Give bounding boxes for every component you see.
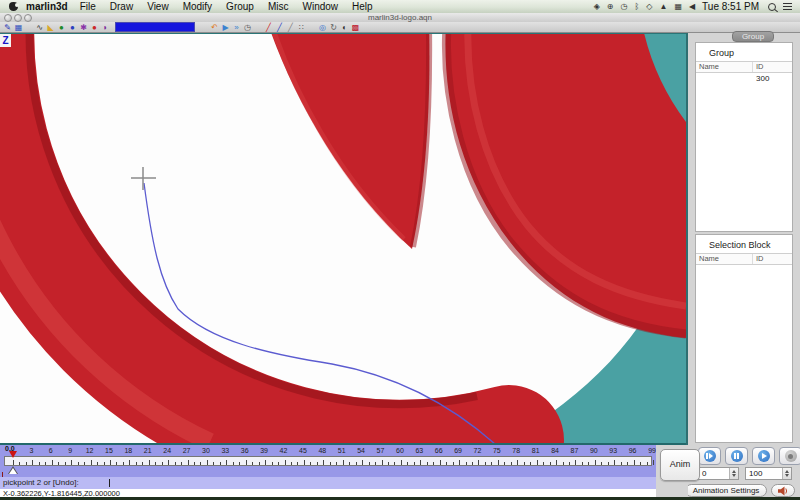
- frame-end-stepper[interactable]: [782, 468, 791, 479]
- ruler-tick: [278, 462, 279, 465]
- table-row[interactable]: 300: [696, 73, 792, 84]
- timeline-ruler[interactable]: [4, 456, 652, 466]
- menu-help[interactable]: Help: [352, 1, 373, 12]
- sound-button[interactable]: [771, 484, 795, 497]
- ruler-tick: [504, 462, 505, 465]
- apple-menu-icon[interactable]: [9, 2, 18, 11]
- timeline[interactable]: 3691215182124273033363942454851545760636…: [0, 445, 656, 477]
- clock-tool-icon[interactable]: ◷: [242, 23, 253, 32]
- ruler-tick: [563, 462, 564, 465]
- ruler-tick: [116, 462, 117, 465]
- text-caret: [109, 479, 110, 487]
- save-icon[interactable]: ▦: [13, 23, 24, 32]
- ruler-tick: [45, 462, 46, 465]
- spotlight-icon[interactable]: [768, 3, 776, 11]
- row-name: [696, 73, 752, 84]
- rotate-tool-icon[interactable]: ↻: [328, 23, 339, 32]
- tab-group[interactable]: Group: [732, 31, 774, 42]
- circle-tool-icon[interactable]: ●: [67, 23, 78, 32]
- menubar-clock[interactable]: Tue 8:51 PM: [702, 1, 759, 12]
- ruler-tick: [129, 460, 130, 465]
- frame-start-stepper[interactable]: [729, 468, 738, 479]
- point-tool-icon[interactable]: ●: [89, 23, 100, 32]
- menu-window[interactable]: Window: [302, 1, 338, 12]
- menu-view[interactable]: View: [147, 1, 169, 12]
- pattern-tool-icon[interactable]: ▩: [350, 23, 361, 32]
- display-icon[interactable]: ▦: [674, 2, 682, 11]
- line-blue-icon[interactable]: ╱: [274, 23, 285, 32]
- ruler-tick: [71, 460, 72, 465]
- menu-modify[interactable]: Modify: [183, 1, 212, 12]
- undo-icon[interactable]: ↶: [209, 23, 220, 32]
- blob-tool-icon[interactable]: ◗: [100, 23, 111, 32]
- eject-icon[interactable]: ▲: [659, 2, 667, 11]
- menu-group[interactable]: Group: [226, 1, 254, 12]
- ruler-number: 90: [587, 447, 601, 454]
- app-menu[interactable]: marlin3d: [26, 1, 68, 12]
- ruler-tick: [97, 462, 98, 465]
- ruler-tick: [26, 462, 27, 465]
- skip-to-start-button[interactable]: [698, 447, 721, 465]
- ffwd-tool-icon[interactable]: »: [231, 23, 242, 32]
- flower-tool-icon[interactable]: ✱: [78, 23, 89, 32]
- menu-draw[interactable]: Draw: [110, 1, 133, 12]
- ruler-number: 3: [24, 447, 38, 454]
- command-prompt[interactable]: pickpoint 2 or [Undo]:: [0, 477, 656, 489]
- toolbar: ✎▦∿◣●●✱●◗↶▶»◷╱╱╱∷◎↻◐▩: [0, 22, 800, 33]
- ruler-tick: [220, 462, 221, 465]
- ruler-tick: [162, 462, 163, 465]
- zoom-tool-icon[interactable]: ◎: [317, 23, 328, 32]
- ruler-number: 93: [606, 447, 620, 454]
- sync-icon[interactable]: ◈: [594, 2, 600, 11]
- clock-status-icon[interactable]: ◷: [621, 2, 628, 11]
- column-id: ID: [753, 254, 792, 264]
- playhead-marker[interactable]: [9, 451, 17, 458]
- play-button[interactable]: [752, 447, 775, 465]
- grid-snap-icon[interactable]: ∷: [296, 23, 307, 32]
- z-axis-label: Z: [0, 34, 11, 47]
- ruler-number: 42: [277, 447, 291, 454]
- stop-button[interactable]: [779, 447, 800, 465]
- menu-misc[interactable]: Misc: [268, 1, 289, 12]
- ruler-tick: [511, 462, 512, 465]
- ruler-tick: [175, 462, 176, 465]
- polygon-tool-icon[interactable]: ●: [56, 23, 67, 32]
- ruler-tick: [575, 460, 576, 465]
- line-red-icon[interactable]: ╱: [263, 23, 274, 32]
- animation-settings-button[interactable]: Animation Settings: [685, 484, 767, 497]
- pen-tool-icon[interactable]: ✎: [2, 23, 13, 32]
- play-tool-icon[interactable]: ▶: [220, 23, 231, 32]
- line-thin-icon[interactable]: ╱: [285, 23, 296, 32]
- ruler-number: 72: [470, 447, 484, 454]
- ruler-tool-icon[interactable]: ◣: [45, 23, 56, 32]
- drawing-canvas[interactable]: Z: [0, 33, 686, 445]
- menu-file[interactable]: File: [80, 1, 96, 12]
- selection-table-header: Name ID: [696, 253, 792, 265]
- pause-button[interactable]: [725, 447, 748, 465]
- ruler-tick: [588, 462, 589, 465]
- ruler-tick: [349, 462, 350, 465]
- orbit-tool-icon[interactable]: ◐: [339, 23, 350, 32]
- spaces-icon[interactable]: ◇: [646, 2, 652, 11]
- ruler-number: 12: [83, 447, 97, 454]
- lasso-tool-icon[interactable]: ∿: [34, 23, 45, 32]
- ruler-number: 24: [160, 447, 174, 454]
- window-title: marlin3d-logo.aqn: [0, 13, 800, 22]
- ruler-tick: [530, 462, 531, 465]
- ruler-tick: [188, 460, 189, 465]
- color-swatch[interactable]: [115, 22, 195, 32]
- ruler-tick: [104, 462, 105, 465]
- ruler-tick: [246, 460, 247, 465]
- frame-start-field[interactable]: 0: [698, 467, 739, 480]
- bluetooth-icon[interactable]: ᛒ: [635, 2, 640, 11]
- ruler-number: 84: [548, 447, 562, 454]
- notification-list-icon[interactable]: [783, 2, 792, 12]
- frame-end-field[interactable]: 100: [745, 467, 792, 480]
- menubar-status-area: ◈⊕◷ᛒ◇▲▦◀ Tue 8:51 PM: [594, 1, 800, 12]
- anim-button[interactable]: Anim: [660, 449, 700, 481]
- globe-icon[interactable]: ⊕: [607, 2, 614, 11]
- volume-icon[interactable]: ◀: [689, 2, 695, 11]
- selection-block-title: Selection Block: [696, 235, 792, 253]
- ruler-tick: [194, 462, 195, 465]
- ruler-tick: [181, 462, 182, 465]
